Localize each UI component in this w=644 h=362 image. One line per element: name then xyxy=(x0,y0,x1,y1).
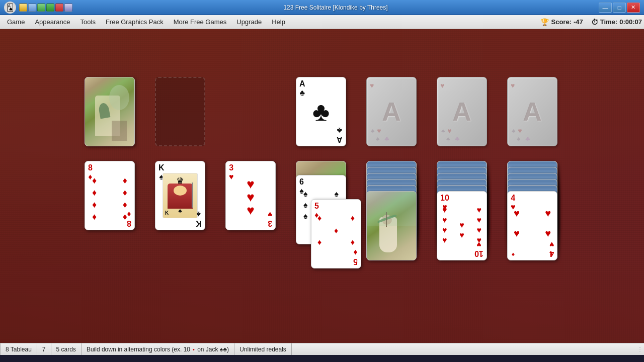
t4-5d-br: 5♦ xyxy=(353,248,358,266)
status-cards: 5 cards xyxy=(51,343,82,355)
t3-rank-tl: 3♥ xyxy=(229,163,234,181)
foundation-3[interactable]: A ♥ ♠ ♥ ♠ ♣ xyxy=(437,77,487,146)
t3-rank-br: 3♥ xyxy=(268,210,273,228)
score-label: Score: xyxy=(551,18,571,26)
menu-help[interactable]: Help xyxy=(267,16,290,28)
f1-rank-tl: A♣ xyxy=(299,79,305,97)
tableau-col7-4hearts[interactable]: 4♥ ♥ ♥ ♥ ♥ 4♥ ♠ ♠ xyxy=(507,191,557,260)
menu-bar: Game Appearance Tools Free Graphics Pack… xyxy=(0,15,644,29)
title-bar: 🂡 123 Free Solitaire [Klondike by Threes… xyxy=(0,0,644,15)
menu-appearance[interactable]: Appearance xyxy=(30,16,75,28)
status-hint-text: Build down in alternating colors (ex. 10… xyxy=(87,346,229,353)
menu-more-games[interactable]: More Free Games xyxy=(169,16,231,28)
status-count: 7 xyxy=(37,343,51,355)
status-count-text: 7 xyxy=(42,346,46,353)
f1-center-suit: ♣ xyxy=(312,97,330,127)
close-button[interactable]: ✕ xyxy=(627,3,640,13)
maximize-button[interactable]: □ xyxy=(613,3,626,13)
score-value: -47 xyxy=(574,18,583,26)
waste-pile[interactable] xyxy=(155,77,205,146)
f3-letter: A xyxy=(452,97,471,127)
t6-10h-br: 10♥ xyxy=(474,240,484,258)
foundation-1[interactable]: A♣ ♣ A♣ xyxy=(296,77,346,146)
time-icon: ⏱ xyxy=(591,18,598,26)
foundation-2[interactable]: A ♥ ♠ ♥ ♠ ♣ xyxy=(366,77,417,146)
tb-icon-help[interactable] xyxy=(64,4,72,12)
status-mode-text: 8 Tableau xyxy=(6,346,32,353)
score-icon: 🏆 xyxy=(540,18,549,26)
status-hint: Build down in alternating colors (ex. 10… xyxy=(82,343,234,355)
status-mode: 8 Tableau xyxy=(0,343,37,355)
menu-upgrade[interactable]: Upgrade xyxy=(231,16,267,28)
score-area: 🏆 Score: -47 ⏱ Time: 0:00:07 xyxy=(540,18,642,26)
tableau-col6-10hearts[interactable]: 10♥ ♥ ♥ ♥ ♥ ♥ ♥ ♥ ♥ ♥ ♥ 10♥ xyxy=(437,191,487,260)
f4-letter: A xyxy=(523,97,542,127)
tableau-col5-top[interactable] xyxy=(366,191,417,260)
status-bar: 8 Tableau 7 5 cards Build down in altern… xyxy=(0,343,644,355)
status-cards-text: 5 cards xyxy=(56,346,76,353)
tb-icon-close[interactable] xyxy=(55,4,63,12)
tableau-col4-5diamonds[interactable]: 5♦ ♦ ♦ ♦ ♦ ♦ 5♦ xyxy=(311,199,361,268)
menu-game[interactable]: Game xyxy=(2,16,30,28)
time-value: 0:00:07 xyxy=(619,18,642,26)
f2-letter: A xyxy=(382,97,401,127)
tableau-col2-card1[interactable]: K♠ ♛ ♠ K K♠ xyxy=(155,161,205,230)
tb-icon-redo[interactable] xyxy=(46,4,54,12)
f1-rank-br: A♣ xyxy=(337,126,343,144)
status-redeals: Unlimited redeals xyxy=(234,343,292,355)
window-title: 123 Free Solitaire [Klondike by Threes] xyxy=(283,4,387,11)
app-icon: 🂡 xyxy=(4,2,16,14)
tb-icon-save[interactable] xyxy=(28,4,36,12)
tableau-col3-card1[interactable]: 3♥ ♥ ♥ ♥ 3♥ xyxy=(225,161,276,230)
t1-rank-br: 8♦ xyxy=(127,210,131,228)
time-label: Time: xyxy=(600,18,617,26)
stock-pile[interactable] xyxy=(85,77,135,146)
resize-handle[interactable]: ⋮ xyxy=(636,343,644,355)
foundation-4[interactable]: A ♥ ♠ ♥ ♠ ♣ xyxy=(507,77,557,146)
status-redeals-text: Unlimited redeals xyxy=(239,346,286,353)
menu-free-graphics[interactable]: Free Graphics Pack xyxy=(101,16,169,28)
tb-icon-undo[interactable] xyxy=(37,4,45,12)
game-table[interactable]: A♣ ♣ A♣ A ♥ ♠ ♥ ♠ ♣ A ♥ ♠ ♥ ♠ ♣ xyxy=(0,29,644,355)
menu-tools[interactable]: Tools xyxy=(75,16,101,28)
tableau-col1-card1[interactable]: 8♦ ♦ ♦ ♦ ♦ ♦ ♦ ♦ ♦ 8♦ xyxy=(85,161,135,230)
t2-rank-br: K♠ xyxy=(196,210,202,228)
minimize-button[interactable]: — xyxy=(599,3,612,13)
tb-icon-yellow[interactable] xyxy=(19,4,27,12)
